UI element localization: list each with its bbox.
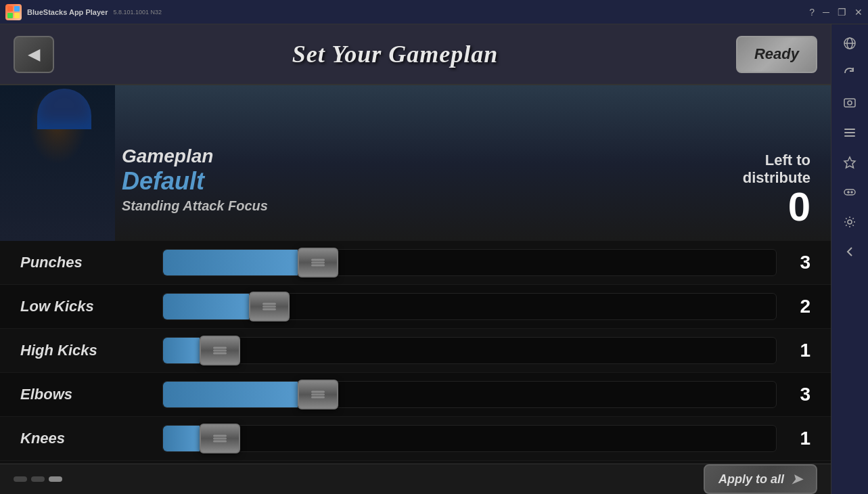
- svg-marker-12: [844, 157, 855, 168]
- distribute-value: 0: [743, 187, 810, 227]
- slider-value: 3: [783, 252, 810, 273]
- gameplan-info: Gameplan Default Standing Attack Focus: [122, 145, 268, 214]
- slider-handle[interactable]: [200, 336, 240, 365]
- slider-fill: [163, 426, 200, 451]
- slider-track[interactable]: [162, 425, 777, 452]
- main-container: ◀ Set Your Gameplan Ready Gameplan Defau…: [0, 24, 868, 494]
- sidebar-icon-globe[interactable]: [838, 31, 862, 55]
- apply-arrow-icon: ➤: [791, 471, 802, 487]
- restore-icon[interactable]: ❐: [838, 7, 846, 18]
- slider-label: Punches: [20, 254, 156, 271]
- slider-label: Elbows: [20, 386, 156, 403]
- app-version: 5.8.101.1001 N32: [113, 9, 162, 16]
- svg-rect-1: [14, 6, 20, 12]
- slider-value: 2: [783, 296, 810, 317]
- slider-value: 1: [783, 428, 810, 449]
- bottom-bar: Apply to all ➤: [0, 464, 831, 494]
- sliders-section: Punches3Low Kicks2High Kicks1Elbows3Knee…: [0, 241, 831, 464]
- slider-fill: [163, 382, 298, 407]
- slider-label: Knees: [20, 430, 156, 447]
- slider-track[interactable]: [162, 249, 777, 276]
- title-bar: BlueStacks App Player 5.8.101.1001 N32 ?…: [0, 0, 868, 24]
- game-area: ◀ Set Your Gameplan Ready Gameplan Defau…: [0, 24, 831, 494]
- distribute-label: Left todistribute: [743, 152, 810, 187]
- slider-row: Punches3: [0, 241, 831, 285]
- slider-row: Knees1: [0, 417, 831, 461]
- slider-row: High Kicks1: [0, 329, 831, 373]
- slider-row: Low Kicks2: [0, 285, 831, 329]
- minimize-icon[interactable]: ─: [823, 7, 829, 18]
- right-sidebar: [831, 24, 868, 494]
- dot-indicator[interactable]: [49, 476, 62, 482]
- svg-rect-11: [844, 135, 855, 137]
- svg-rect-3: [14, 13, 20, 18]
- page-title: Set Your Gameplan: [292, 40, 498, 68]
- svg-rect-9: [844, 129, 855, 130]
- sidebar-icon-back[interactable]: [838, 240, 862, 264]
- distribute-panel: Left todistribute 0: [743, 152, 810, 227]
- svg-point-16: [851, 192, 852, 193]
- sidebar-icon-settings[interactable]: [838, 210, 862, 234]
- sidebar-icon-menu[interactable]: [838, 120, 862, 145]
- svg-rect-2: [7, 13, 13, 18]
- svg-point-8: [848, 101, 852, 105]
- back-button[interactable]: ◀: [14, 36, 54, 73]
- app-name: BlueStacks App Player: [27, 8, 108, 16]
- close-icon[interactable]: ✕: [854, 7, 863, 18]
- slider-track[interactable]: [162, 381, 777, 408]
- help-icon[interactable]: ?: [809, 7, 815, 18]
- ready-button[interactable]: Ready: [736, 36, 817, 73]
- apply-all-label: Apply to all: [718, 472, 784, 487]
- apply-to-all-button[interactable]: Apply to all ➤: [704, 464, 817, 494]
- sidebar-icon-controller[interactable]: [838, 180, 862, 204]
- svg-rect-7: [844, 99, 855, 107]
- slider-handle[interactable]: [298, 380, 338, 409]
- slider-track[interactable]: [162, 293, 777, 320]
- gameplan-prefix: Gameplan: [122, 145, 268, 167]
- dot-indicators: [14, 476, 62, 482]
- window-controls: ? ─ ❐ ✕: [809, 7, 863, 18]
- slider-label: Low Kicks: [20, 298, 156, 315]
- slider-fill: [163, 250, 298, 275]
- game-header: ◀ Set Your Gameplan Ready: [0, 24, 831, 85]
- svg-rect-0: [7, 6, 13, 12]
- slider-handle[interactable]: [249, 292, 290, 321]
- slider-handle[interactable]: [200, 424, 240, 453]
- svg-rect-10: [844, 132, 855, 133]
- slider-handle[interactable]: [298, 248, 338, 277]
- slider-value: 3: [783, 384, 810, 405]
- sidebar-icon-refresh[interactable]: [838, 61, 862, 85]
- app-logo: [5, 4, 22, 20]
- slider-value: 1: [783, 340, 810, 361]
- slider-fill: [163, 294, 249, 319]
- character-panel: Gameplan Default Standing Attack Focus L…: [0, 85, 831, 241]
- slider-row: Elbows3: [0, 373, 831, 417]
- character-image: [0, 85, 115, 241]
- dot-indicator[interactable]: [14, 476, 27, 482]
- slider-fill: [163, 338, 200, 363]
- slider-label: High Kicks: [20, 342, 156, 359]
- sidebar-icon-screenshot[interactable]: [838, 91, 862, 115]
- attack-focus-label: Standing Attack Focus: [122, 198, 268, 214]
- svg-point-17: [848, 220, 852, 224]
- slider-track[interactable]: [162, 337, 777, 364]
- sidebar-icon-star[interactable]: [838, 150, 862, 175]
- gameplan-name: Default: [122, 167, 268, 196]
- dot-indicator[interactable]: [31, 476, 45, 482]
